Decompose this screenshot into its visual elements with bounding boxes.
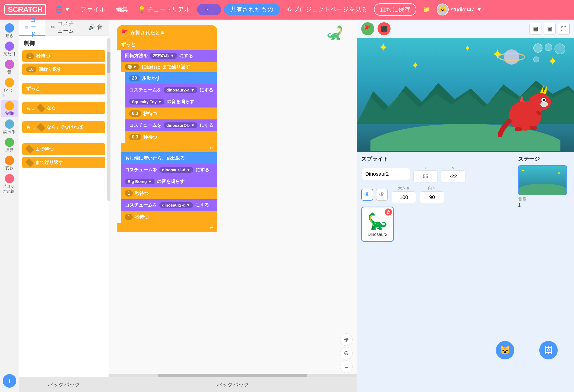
- svg-point-10: [543, 99, 545, 101]
- sprite-y-input[interactable]: [441, 170, 465, 182]
- sidebar-item-sound[interactable]: 音: [1, 59, 18, 76]
- block-if-else[interactable]: もし なら / でなければ: [22, 121, 105, 133]
- tab-costume[interactable]: ✏ コスチューム: [45, 20, 82, 36]
- view-fullscreen-button[interactable]: ⛶: [558, 23, 570, 35]
- rotation-block[interactable]: 回転方法を 左右のみ ▼ にする: [121, 50, 217, 62]
- script-area[interactable]: 🚩 が押されたとき ずっと 回転方法を 左右のみ ▼ にする: [109, 20, 357, 392]
- sound-block-1[interactable]: Squeaky Toy ▼ の音を鳴らす: [125, 96, 217, 108]
- block-if[interactable]: もし なら: [22, 102, 105, 114]
- current-tab-button[interactable]: ト...: [197, 4, 221, 15]
- sidebar-item-operators[interactable]: 演算: [1, 137, 18, 154]
- repeat-until-top[interactable]: 端 ▼ に触れた まで繰り返す: [121, 62, 217, 72]
- wait-block-2[interactable]: 0.3 秒待つ: [125, 131, 217, 143]
- costume-value-4[interactable]: dinosaur2-c ▼: [159, 202, 193, 208]
- wait-pill-3[interactable]: 1: [125, 190, 133, 197]
- wait-block-4[interactable]: 1 秒待つ: [121, 211, 217, 223]
- move-steps-pill[interactable]: 20: [129, 75, 140, 81]
- sound-value-1[interactable]: Squeaky Toy ▼: [129, 99, 164, 105]
- shared-button[interactable]: 共有されたもの: [224, 4, 280, 15]
- user-menu[interactable]: 🐱 studio947 ▼: [437, 4, 482, 15]
- edit-menu-button[interactable]: 編集: [112, 4, 132, 15]
- costume-value-2[interactable]: dinosaur2-b ▼: [164, 122, 198, 128]
- wait-block-3[interactable]: 1 秒待つ: [121, 187, 217, 199]
- rotation-value[interactable]: 左右のみ ▼: [150, 53, 177, 59]
- hide-button[interactable]: 👁: [376, 189, 388, 201]
- green-flag-button[interactable]: 🚩: [361, 22, 374, 35]
- sidebar-item-myblocks[interactable]: ブロック定義: [1, 173, 18, 195]
- sidebar-item-looks[interactable]: 見た目: [1, 40, 18, 58]
- sidebar-item-sensing[interactable]: 調べる: [1, 118, 18, 135]
- hat-block[interactable]: 🚩 が押されたとき: [117, 25, 217, 39]
- costume-value-1[interactable]: dinosaur2-a ▼: [164, 87, 197, 93]
- wait-text-1: 秒待つ: [143, 110, 157, 117]
- show-button[interactable]: 👁: [361, 189, 373, 201]
- wait-pill-2[interactable]: 0.3: [129, 134, 141, 140]
- zoom-out-button[interactable]: ⊖: [340, 347, 353, 359]
- tab-sound[interactable]: 🔊 音: [82, 20, 109, 36]
- block-repeat[interactable]: 10 回繰り返す: [22, 64, 105, 75]
- wait-pill-1[interactable]: 0.3: [129, 110, 141, 117]
- block-repeat-until[interactable]: まで繰り返す: [22, 157, 105, 168]
- x-label: x: [424, 165, 427, 170]
- folder-button[interactable]: 📁: [419, 4, 434, 15]
- add-extension-button[interactable]: +: [3, 374, 16, 388]
- sprite-x-input[interactable]: [413, 170, 438, 182]
- bubble-4: [533, 56, 539, 62]
- block-wait-until[interactable]: まで待つ: [22, 143, 105, 155]
- bounce-block[interactable]: もし端に着いたら、跳ね返る: [121, 152, 217, 164]
- view-small-button[interactable]: ▣: [529, 23, 541, 35]
- sound-block-2[interactable]: Big Boing ▼ の音を鳴らす: [121, 176, 217, 187]
- block-forever[interactable]: ずっと: [22, 83, 105, 94]
- tutorial-button[interactable]: 💡 チュートリアル: [134, 4, 194, 15]
- sprite-direction-input[interactable]: [420, 191, 444, 203]
- sprite-size-input[interactable]: [392, 191, 416, 203]
- bubbles: [533, 43, 566, 62]
- costume-block-4[interactable]: コスチュームを dinosaur2-c ▼ にする: [121, 199, 217, 211]
- wait-pill-4[interactable]: 1: [125, 214, 133, 220]
- svg-point-12: [529, 126, 537, 130]
- wait-label: 秒待つ: [36, 53, 50, 59]
- globe-icon: 🌐: [55, 6, 63, 13]
- zoom-fit-button[interactable]: =: [340, 361, 353, 373]
- tab-bar: ≡ コード ✏ コスチューム 🔊 音: [19, 20, 109, 36]
- sidebar-item-variables[interactable]: 変数: [1, 155, 18, 172]
- if-label: もし: [26, 105, 35, 111]
- costume-value-3[interactable]: dinosaur2-d ▼: [159, 167, 193, 173]
- block-wait-1[interactable]: 1 秒待つ: [22, 50, 105, 62]
- zoom-in-button[interactable]: ⊕: [340, 333, 353, 346]
- backpack-bar: バックパック: [19, 377, 109, 392]
- add-stage-button[interactable]: 🖼: [539, 341, 558, 359]
- wait-block-1[interactable]: 0.3 秒待つ: [125, 108, 217, 119]
- sprite-item-dinosaur2[interactable]: 🗑 🦕 Dinosaur2: [361, 207, 394, 242]
- stage-thumbnail[interactable]: ✦ ✦: [518, 165, 567, 195]
- file-menu-button[interactable]: ファイル: [77, 4, 109, 15]
- sprite-name-input[interactable]: [361, 168, 410, 180]
- project-page-icon: ⟲: [287, 6, 291, 13]
- sprite-delete-button[interactable]: 🗑: [385, 208, 392, 216]
- costume-block-3[interactable]: コスチュームを dinosaur2-d ▼ にする: [121, 164, 217, 176]
- sprite-props: x y: [361, 165, 514, 182]
- blocks-scrollbar[interactable]: [107, 38, 110, 201]
- sidebar-item-motion[interactable]: 動き: [1, 22, 18, 39]
- tab-code[interactable]: ≡ コード: [19, 20, 45, 36]
- red-stop-button[interactable]: ⬛: [378, 22, 391, 35]
- user-avatar: 🐱: [437, 4, 449, 15]
- ifelse-else: なら / でなければ: [47, 124, 83, 130]
- forever-block-top[interactable]: ずっと: [117, 39, 217, 50]
- move-block[interactable]: 20 歩動かす: [125, 72, 217, 84]
- costume-block-1[interactable]: コスチュームを dinosaur2-a ▼ にする: [125, 84, 217, 96]
- sidebar-item-control[interactable]: 制御: [1, 100, 18, 117]
- costume-text-2: コスチュームを: [129, 122, 161, 128]
- costume-block-2[interactable]: コスチュームを dinosaur2-b ▼ にする: [125, 119, 217, 131]
- view-medium-button[interactable]: ▣: [544, 23, 556, 35]
- add-sprite-button[interactable]: 🐱: [496, 341, 514, 359]
- horizontal-scrollbar[interactable]: [109, 374, 357, 377]
- sidebar-item-events[interactable]: イベント: [1, 77, 18, 99]
- sound-value-2[interactable]: Big Boing ▼: [125, 179, 155, 184]
- globe-button[interactable]: 🌐 ▼: [52, 4, 74, 15]
- tutorial-icon: 💡: [138, 6, 145, 13]
- edge-dropdown[interactable]: 端 ▼: [125, 64, 139, 70]
- if-then: なら: [47, 105, 56, 111]
- save-now-button[interactable]: 直ちに保存: [374, 3, 416, 16]
- project-page-button[interactable]: ⟲ プロジェクトページを見る: [283, 4, 371, 15]
